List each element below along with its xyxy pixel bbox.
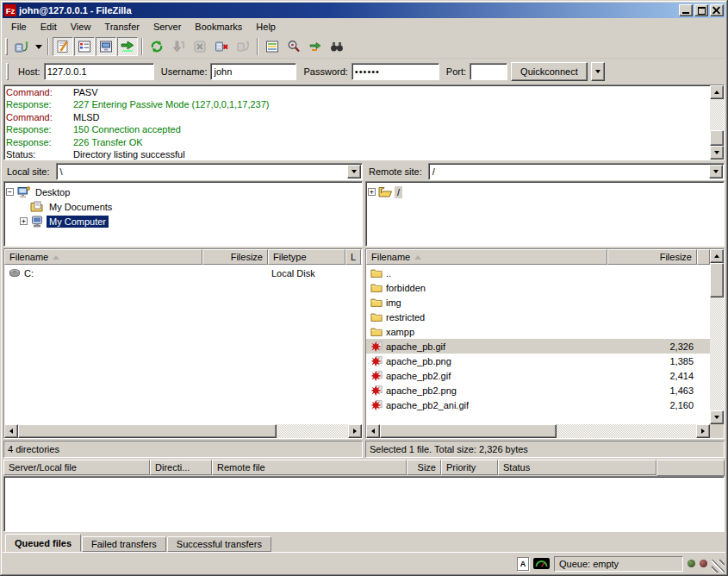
file-row[interactable]: img [366,295,710,310]
minimize-icon [682,12,689,14]
scroll-right-button[interactable] [696,424,710,438]
column-header-filesize[interactable]: Filesize [202,249,268,265]
file-row[interactable]: apache_pb.png1,385 [366,354,710,368]
compare-directories-button[interactable] [283,37,304,56]
log-label: Response: [6,136,73,148]
maximize-button[interactable] [694,4,708,16]
filename-text: forbidden [386,283,426,293]
menu-item-file[interactable]: File [4,19,34,34]
local-file-area: FilenameFilesizeFiletypeL C:Local Disk [3,248,363,439]
scroll-thumb[interactable] [710,130,724,146]
filename-text: apache_pb2_ani.gif [386,400,469,410]
menu-item-help[interactable]: Help [249,19,283,34]
scroll-left-button[interactable] [366,424,380,438]
toggle-queue-button[interactable] [117,37,138,56]
scroll-thumb[interactable] [710,263,724,297]
expand-icon[interactable]: + [368,188,376,196]
refresh-button[interactable] [146,37,167,56]
menu-item-view[interactable]: View [64,19,98,34]
menu-item-server[interactable]: Server [146,19,188,34]
column-header-filetype[interactable]: Filetype [268,249,345,265]
scroll-up-button[interactable] [710,249,724,263]
port-input[interactable] [470,63,507,80]
tree-item[interactable]: My Documents [6,199,360,214]
scroll-down-button[interactable] [710,410,724,424]
toggle-remote-tree-button[interactable] [96,37,116,56]
tree-item[interactable]: +My Computer [6,214,360,229]
tree-item-label: Desktop [33,186,72,198]
file-row[interactable]: apache_pb2.png1,463 [366,383,710,398]
filesize-cell: 1,385 [607,354,697,368]
column-header-server-local-file[interactable]: Server/Local file [3,460,150,475]
scroll-right-button[interactable] [348,424,362,438]
minimize-button[interactable] [679,4,693,16]
tree-item[interactable]: −Desktop [6,185,360,199]
window-controls [679,4,724,16]
file-row[interactable]: forbidden [366,280,710,295]
toggle-local-tree-button[interactable] [74,37,95,56]
folder-icon [370,311,383,323]
menu-item-edit[interactable]: Edit [34,19,64,34]
column-header-priority[interactable]: Priority [441,460,498,475]
scroll-track[interactable] [557,424,696,438]
scroll-down-button[interactable] [710,146,724,160]
menu-item-bookmarks[interactable]: Bookmarks [188,19,249,34]
file-row[interactable]: C:Local Disk [4,266,362,280]
filesize-cell [607,266,697,280]
expand-icon[interactable]: + [20,217,28,225]
file-row[interactable]: .. [366,266,710,280]
remote-site-combobox[interactable]: / [428,163,725,180]
column-header-filesize[interactable]: Filesize [607,249,697,265]
remote-site-dropdown[interactable] [709,165,723,178]
file-row[interactable]: apache_pb2.gif2,414 [366,368,710,383]
sync-browsing-button[interactable] [305,37,326,56]
scroll-track[interactable] [710,263,724,410]
log-line: Response:150 Connection accepted [6,123,708,135]
close-button[interactable] [710,4,724,16]
quickconnect-button[interactable]: Quickconnect [511,62,588,81]
scroll-track[interactable] [277,424,348,438]
queue-tabs: Queued filesFailed transfersSuccessful t… [3,532,725,552]
column-header-size[interactable]: Size [407,460,441,475]
toggle-message-log-button[interactable] [53,37,73,56]
local-site-combobox[interactable]: \ [56,163,363,180]
filename-text: apache_pb2.gif [386,371,451,381]
site-manager-dropdown[interactable] [33,37,44,56]
collapse-icon[interactable]: − [6,188,14,196]
disconnect-button[interactable] [211,37,232,56]
file-row[interactable]: apache_pb2_ani.gif2,160 [366,398,710,412]
quickconnect-dropdown[interactable] [591,62,605,81]
username-input[interactable] [210,63,296,80]
filename-text: apache_pb.png [386,356,451,366]
scroll-track[interactable] [710,99,724,146]
menu-item-transfer[interactable]: Transfer [97,19,146,34]
column-header-remote-file[interactable]: Remote file [212,460,407,475]
tab-successful-transfers[interactable]: Successful transfers [167,536,271,552]
find-files-button[interactable] [327,37,347,56]
local-site-dropdown[interactable] [347,165,361,178]
column-header-directi-[interactable]: Directi... [150,460,212,475]
site-manager-button[interactable] [11,37,32,56]
scroll-up-button[interactable] [710,85,724,99]
site-manager-icon [15,40,28,53]
file-row[interactable]: restricted [366,310,710,324]
remote-file-area: FilenameFilesize ..forbiddenimgrestricte… [365,248,725,439]
scroll-thumb[interactable] [18,424,277,438]
column-header-l[interactable]: L [345,249,361,265]
host-input[interactable] [44,63,154,80]
column-header-filename[interactable]: Filename [366,249,607,265]
filter-button[interactable] [262,37,283,56]
resize-grip[interactable] [712,560,725,573]
column-header-label: Status [503,462,530,473]
file-row[interactable]: xampp [366,324,710,339]
column-header-label: Remote file [217,462,265,473]
password-input[interactable] [352,63,439,80]
tab-failed-transfers[interactable]: Failed transfers [82,536,166,552]
column-header-filename[interactable]: Filename [4,249,202,265]
scroll-left-button[interactable] [4,424,18,438]
tab-queued-files[interactable]: Queued files [5,534,81,552]
file-row[interactable]: apache_pb.gif2,326 [366,339,710,354]
tree-item[interactable]: +/ [368,185,722,199]
scroll-thumb[interactable] [380,424,557,438]
column-header-status[interactable]: Status [498,460,656,475]
